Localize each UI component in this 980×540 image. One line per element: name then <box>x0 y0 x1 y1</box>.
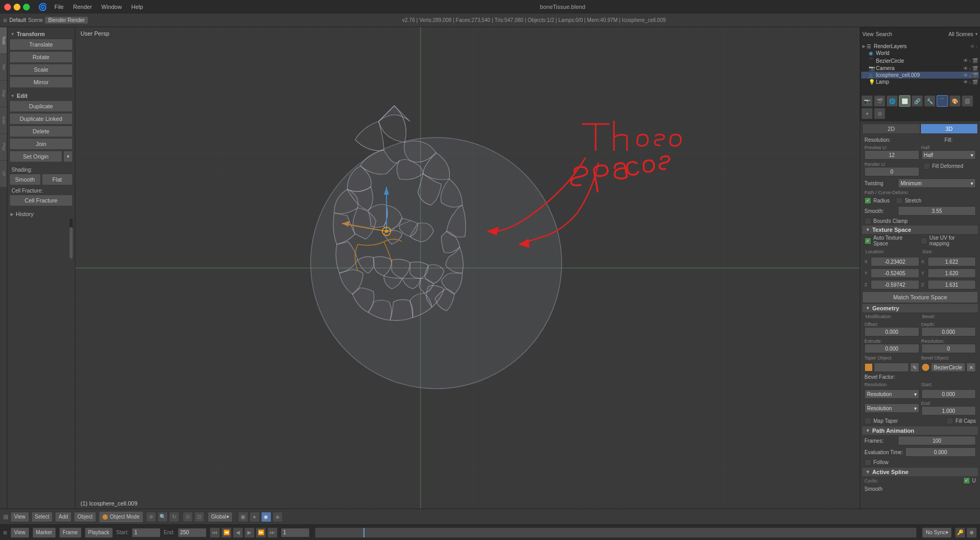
no-sync-dropdown[interactable]: No Sync ▾ <box>922 527 952 538</box>
cell-fracture-button[interactable]: Cell Fracture <box>9 195 73 206</box>
frames-field[interactable]: 100 <box>898 436 976 445</box>
bevel-obj-field[interactable]: BezierCircle <box>931 363 966 372</box>
view-label[interactable]: View <box>862 31 874 37</box>
menu-file[interactable]: File <box>52 3 66 11</box>
taper-obj-edit-icon[interactable]: ✎ <box>910 363 919 372</box>
size-x-field[interactable]: 1.622 <box>928 257 976 266</box>
match-texture-space-button[interactable]: Match Texture Space <box>862 291 978 303</box>
all-scenes-label[interactable]: All Scenes <box>949 31 973 37</box>
mode-dropdown[interactable]: Object Mode <box>110 514 140 520</box>
viewport-zoom-icon[interactable]: 🔍 <box>157 512 168 522</box>
minimize-button[interactable] <box>14 4 20 10</box>
shading-rendered-icon[interactable]: ◉ <box>261 512 271 522</box>
duplicate-button[interactable]: Duplicate <box>9 100 73 112</box>
prop-texture-icon[interactable]: 🖼 <box>962 95 973 107</box>
record-icon[interactable]: ⏺ <box>966 527 977 538</box>
loc-y-field[interactable]: -0.52405 <box>871 268 919 278</box>
shading-material-icon[interactable]: ◈ <box>272 512 283 522</box>
pivot-icon[interactable]: ⊙ <box>183 512 193 522</box>
loc-x-field[interactable]: -0.23402 <box>871 257 919 266</box>
end-field[interactable]: 1.000 <box>921 406 976 415</box>
flat-button[interactable]: Flat <box>42 174 73 185</box>
active-spline-header[interactable]: ▼ Active Spline <box>862 468 978 476</box>
tree-lamp[interactable]: 💡 Lamp 👁↓🎬 <box>861 78 979 85</box>
duplicate-linked-button[interactable]: Duplicate Linked <box>9 113 73 125</box>
extrude-field[interactable]: 0.000 <box>864 344 919 353</box>
prop-modifiers-icon[interactable]: 🔧 <box>924 95 936 107</box>
follow-checkbox[interactable] <box>864 459 871 466</box>
stretch-checkbox[interactable] <box>896 197 903 204</box>
left-vertical-tabs[interactable]: Tools Rel Disp Anim Phys GP <box>0 27 7 509</box>
tab-display[interactable]: Disp <box>0 81 7 107</box>
geometry-header[interactable]: ▼ Geometry <box>862 304 978 312</box>
fill-caps-checkbox[interactable] <box>947 418 953 424</box>
rotate-button[interactable]: Rotate <box>9 51 73 63</box>
render-u-field[interactable]: 0 <box>864 167 919 176</box>
size-z-field[interactable]: 1.631 <box>928 280 976 289</box>
all-scenes-arrow[interactable]: ▾ <box>975 31 978 37</box>
tree-world[interactable]: ◉ World <box>861 50 979 57</box>
bevel-obj-clear-icon[interactable]: ✕ <box>966 363 976 372</box>
prop-object-icon[interactable]: ⬜ <box>899 95 910 107</box>
object-menu[interactable]: Object <box>74 512 96 522</box>
tab-anim[interactable]: Anim <box>0 107 7 133</box>
depth-field[interactable]: 0.000 <box>921 327 976 336</box>
search-label[interactable]: Search <box>876 31 893 37</box>
prop-material-icon[interactable]: 🎨 <box>949 95 961 107</box>
close-button[interactable] <box>4 4 11 10</box>
mirror-button[interactable]: Mirror <box>9 76 73 88</box>
prop-constraints-icon[interactable]: 🔗 <box>911 95 923 107</box>
play-icon[interactable]: ▶ <box>244 527 255 538</box>
offset-field[interactable]: 0.000 <box>864 327 919 336</box>
timeline-playback-btn[interactable]: Playback <box>85 527 113 538</box>
timeline-track[interactable] <box>315 527 917 538</box>
tab-physics[interactable]: Phys <box>0 134 7 160</box>
start-field[interactable]: 0.000 <box>921 389 976 399</box>
jump-end-icon[interactable]: ⏭ <box>267 527 278 538</box>
timeline-marker-btn[interactable]: Marker <box>32 527 56 538</box>
3d-button[interactable]: 3D <box>920 123 978 134</box>
history-section[interactable]: ▶ History <box>9 209 73 219</box>
path-animation-header[interactable]: ▼ Path Animation <box>862 426 978 435</box>
current-frame-input[interactable]: 1 <box>281 528 310 537</box>
tree-bezier[interactable]: ⌒ BezierCircle 👁↓🎬 <box>861 57 979 65</box>
shading-solid-icon[interactable]: ● <box>249 512 260 522</box>
prop-data-icon[interactable]: ⌒ <box>937 95 948 107</box>
start-frame-input[interactable]: 1 <box>132 528 161 537</box>
scene-dropdown[interactable]: Scene <box>28 17 43 23</box>
use-uv-checkbox[interactable] <box>920 238 927 244</box>
prop-physics-icon[interactable]: ⚙ <box>874 108 885 119</box>
editor-type-dropdown[interactable]: Default <box>9 17 26 23</box>
timeline-view-btn[interactable]: View <box>10 527 29 538</box>
set-origin-arrow-button[interactable]: ▾ <box>63 151 73 162</box>
fill-deformed-checkbox[interactable] <box>924 163 930 170</box>
keying-icon[interactable]: 🔑 <box>955 527 965 538</box>
preview-u-field[interactable]: 12 <box>864 150 919 160</box>
viewport-pan-icon[interactable]: ⊕ <box>146 512 156 522</box>
tab-relations[interactable]: Rel <box>0 54 7 80</box>
loc-z-field[interactable]: -0.59742 <box>871 280 919 289</box>
timeline-frame-btn[interactable]: Frame <box>59 527 82 538</box>
shading-wire-icon[interactable]: ▣ <box>238 512 248 522</box>
maximize-button[interactable] <box>23 4 30 10</box>
prev-frame-icon[interactable]: ⏪ <box>221 527 232 538</box>
viewport[interactable]: User Persp (1) Icosphere_cell.009 <box>75 27 860 509</box>
add-menu[interactable]: Add <box>55 512 72 522</box>
scale-button[interactable]: Scale <box>9 64 73 75</box>
eval-time-field[interactable]: 0.000 <box>905 447 976 457</box>
global-dropdown[interactable]: Global ▾ <box>208 512 233 522</box>
fill-dropdown[interactable]: Half ▾ <box>921 150 976 160</box>
select-menu[interactable]: Select <box>31 512 53 522</box>
engine-dropdown[interactable]: Blender Render <box>45 17 88 24</box>
menu-window[interactable]: Window <box>99 3 124 11</box>
window-controls[interactable] <box>4 4 30 10</box>
tree-renderlayers[interactable]: ▶ ☰ RenderLayers 👁↓ <box>861 43 979 50</box>
resolution-bevel-field[interactable]: 0 <box>921 344 976 353</box>
smooth-button[interactable]: Smooth <box>9 174 41 185</box>
set-origin-button[interactable]: Set Origin <box>9 151 62 162</box>
twisting-dropdown[interactable]: Minimum▾ <box>898 178 976 188</box>
2d-button[interactable]: 2D <box>862 123 920 134</box>
tree-icosphere[interactable]: △ Icosphere_cell.009 👁↓🎬 <box>861 72 979 78</box>
radius-checkbox[interactable]: ✓ <box>864 197 871 204</box>
next-frame-icon[interactable]: ⏩ <box>256 527 266 538</box>
